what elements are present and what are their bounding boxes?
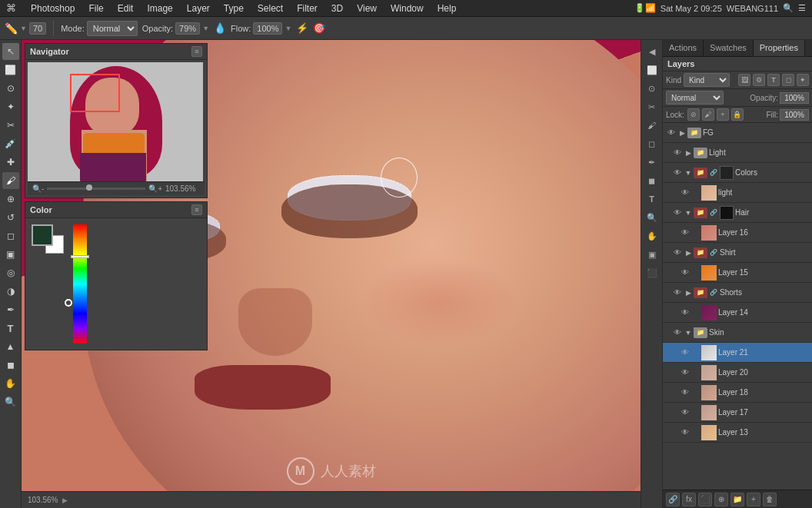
crop-side-icon[interactable]: ✂ xyxy=(644,98,661,115)
brush-icon[interactable]: ✏️ xyxy=(5,22,18,35)
dodge-tool[interactable]: ◑ xyxy=(2,283,19,300)
layer-eye-20[interactable]: 👁 xyxy=(680,367,691,378)
layer-eye-15[interactable]: 👁 xyxy=(680,267,691,278)
menu-type[interactable]: Type xyxy=(218,2,249,15)
menu-3d[interactable]: 3D xyxy=(326,2,348,15)
layer-eye-13[interactable]: 👁 xyxy=(680,427,691,438)
mode-select[interactable]: Normal Multiply Screen xyxy=(87,21,138,36)
layer-item-20[interactable]: 👁 Layer 20 xyxy=(663,363,812,383)
square-btn[interactable]: ▣ xyxy=(644,246,661,263)
marquee-icon[interactable]: ⬜ xyxy=(644,61,661,78)
layer-arrow-hair[interactable]: ▼ xyxy=(684,209,692,217)
flow-value[interactable]: 100% xyxy=(253,22,282,35)
hue-thumb[interactable] xyxy=(71,255,89,258)
fill-value-display[interactable]: 100% xyxy=(780,109,809,121)
layer-link-hair[interactable]: 🔗 xyxy=(709,208,718,217)
layer-arrow-skin[interactable]: ▼ xyxy=(684,329,692,337)
gradient-tool[interactable]: ▣ xyxy=(2,246,19,263)
brush-tool[interactable]: 🖌 xyxy=(2,172,19,189)
layer-eye-colors[interactable]: 👁 xyxy=(672,168,683,178)
search-icon[interactable]: 🔍 xyxy=(783,3,794,13)
smoothing-icon[interactable]: ⚡ xyxy=(296,22,308,34)
layer-eye-fg[interactable]: 👁 xyxy=(666,128,677,138)
layer-item-light-group[interactable]: 👁 ▶ 📁 Light xyxy=(663,143,812,163)
layer-item-shorts-group[interactable]: 👁 ▶ 📁 🔗 Shorts xyxy=(663,283,812,303)
blend-mode-select[interactable]: Normal Multiply Screen xyxy=(666,91,724,105)
zoom-out-icon[interactable]: 🔍- xyxy=(32,184,44,193)
pen-tool[interactable]: ✒ xyxy=(2,301,19,318)
layer-new-btn[interactable]: + xyxy=(747,493,760,506)
hand-side-icon[interactable]: ✋ xyxy=(644,227,661,244)
path-select-tool[interactable]: ▲ xyxy=(2,338,19,355)
layer-link-colors[interactable]: 🔗 xyxy=(709,168,718,178)
smart-filter-icon[interactable]: ✦ xyxy=(797,74,809,86)
layer-mask-hair[interactable] xyxy=(720,206,734,220)
filter-kind-select[interactable]: Kind xyxy=(684,73,730,87)
flow-dropdown-icon[interactable]: ▼ xyxy=(285,25,291,32)
lock-position-icon[interactable]: + xyxy=(717,108,729,121)
angle-icon[interactable]: 🎯 xyxy=(313,22,325,34)
layer-eye-21[interactable]: 👁 xyxy=(680,347,691,358)
opacity-value[interactable]: 79% xyxy=(175,22,200,35)
eraser-side-icon[interactable]: ◻ xyxy=(644,135,661,152)
adjustment-filter-icon[interactable]: ⚙ xyxy=(753,74,765,86)
hand-tool[interactable]: ✋ xyxy=(2,375,19,392)
layer-eye-14[interactable]: 👁 xyxy=(680,307,691,318)
layer-eye-shirt[interactable]: 👁 xyxy=(672,247,683,258)
menu-edit[interactable]: Edit xyxy=(112,2,139,15)
layer-item-13[interactable]: 👁 Layer 13 xyxy=(663,423,812,443)
tab-properties[interactable]: Properties xyxy=(754,40,805,56)
panel-arrow-icon[interactable]: ◀ xyxy=(644,43,661,60)
lock-all-icon[interactable]: 🔒 xyxy=(731,108,744,121)
apple-logo-icon[interactable]: ⌘ xyxy=(6,2,16,14)
lock-image-icon[interactable]: 🖌 xyxy=(702,108,714,121)
layer-item-14[interactable]: 👁 Layer 14 xyxy=(663,303,812,323)
layer-item-16[interactable]: 👁 Layer 16 xyxy=(663,223,812,243)
navigator-thumbnail[interactable] xyxy=(28,62,203,181)
layer-eye-shorts[interactable]: 👁 xyxy=(672,287,683,298)
menu-icon[interactable]: ☰ xyxy=(798,3,806,13)
layer-delete-btn[interactable]: 🗑 xyxy=(763,493,777,506)
color-side-icon[interactable]: ⬛ xyxy=(644,264,661,281)
tab-swatches[interactable]: Swatches xyxy=(704,40,754,56)
shape-tool[interactable]: ◼ xyxy=(2,357,19,374)
move-tool[interactable]: ↖ xyxy=(2,43,19,60)
layer-item-fg[interactable]: 👁 ▶ 📁 FG xyxy=(663,123,812,143)
layer-fx-btn[interactable]: fx xyxy=(682,493,696,506)
layer-item-shirt-group[interactable]: 👁 ▶ 📁 🔗 Shirt xyxy=(663,243,812,263)
layer-eye-light-group[interactable]: 👁 xyxy=(672,148,683,158)
brush-size-arrow[interactable]: ▼ xyxy=(20,25,27,32)
layer-link-btn[interactable]: 🔗 xyxy=(666,493,680,506)
canvas-area[interactable]: Navigator ≡ 🔍- xyxy=(22,40,641,508)
layer-arrow-fg[interactable]: ▶ xyxy=(678,129,686,137)
layer-item-18[interactable]: 👁 Layer 18 xyxy=(663,383,812,403)
foreground-color[interactable] xyxy=(32,224,53,246)
text-tool[interactable]: T xyxy=(2,320,19,337)
shape-filter-icon[interactable]: ◻ xyxy=(782,74,794,86)
layer-item-15[interactable]: 👁 Layer 15 xyxy=(663,263,812,283)
menu-file[interactable]: File xyxy=(83,2,108,15)
layer-adjustment-btn[interactable]: ⊕ xyxy=(714,493,728,506)
layer-mask-btn[interactable]: ⬛ xyxy=(698,493,712,506)
zoom-slider[interactable] xyxy=(47,188,145,190)
magic-wand-tool[interactable]: ✦ xyxy=(2,98,19,115)
opacity-value-display[interactable]: 100% xyxy=(780,92,809,104)
layer-arrow-light[interactable]: ▶ xyxy=(684,149,692,157)
type-filter-icon[interactable]: T xyxy=(767,74,780,86)
layer-arrow-shorts[interactable]: ▶ xyxy=(684,289,692,297)
menu-layer[interactable]: Layer xyxy=(181,2,215,15)
zoom-thumb[interactable] xyxy=(86,184,92,191)
layer-group-btn[interactable]: 📁 xyxy=(730,493,744,506)
layer-arrow-shirt[interactable]: ▶ xyxy=(684,249,692,257)
zoom-side-icon[interactable]: 🔍 xyxy=(644,209,661,226)
clone-stamp-tool[interactable]: ⊕ xyxy=(2,191,19,208)
pen-side-icon[interactable]: ✒ xyxy=(644,154,661,171)
layer-item-colors-group[interactable]: 👁 ▼ 📁 🔗 Colors xyxy=(663,163,812,183)
layer-arrow-colors[interactable]: ▼ xyxy=(684,169,692,177)
layer-eye-skin[interactable]: 👁 xyxy=(672,327,683,338)
layer-item-17[interactable]: 👁 Layer 17 xyxy=(663,403,812,423)
menu-window[interactable]: Window xyxy=(385,2,429,15)
navigator-menu-btn[interactable]: ≡ xyxy=(191,46,202,57)
menu-photoshop[interactable]: Photoshop xyxy=(25,2,80,15)
layer-item-21[interactable]: 👁 Layer 21 xyxy=(663,343,812,363)
